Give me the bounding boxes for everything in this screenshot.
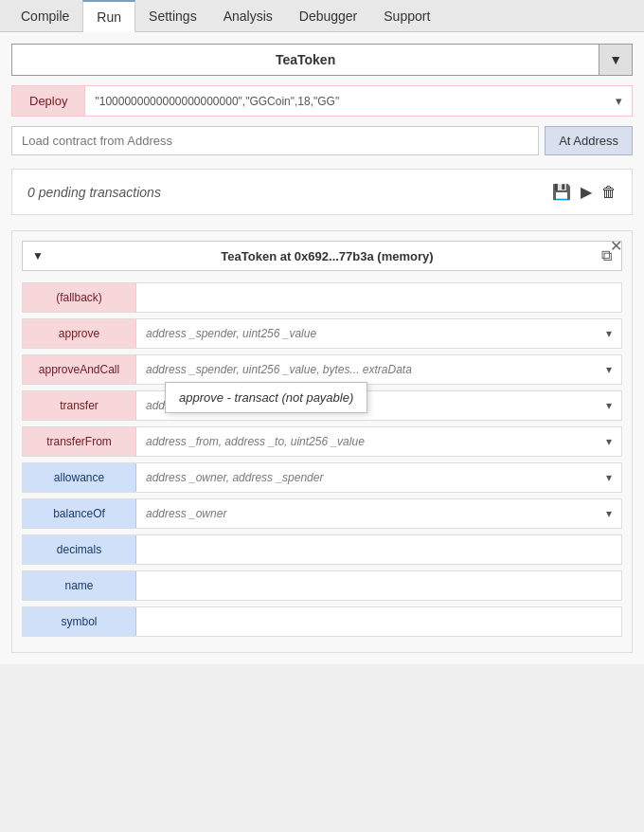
deploy-chevron-icon[interactable]: ▾ <box>606 86 632 116</box>
nav-item-analysis[interactable]: Analysis <box>210 1 286 31</box>
fn-row-name: name <box>22 570 622 601</box>
fn-button-transferFrom[interactable]: transferFrom <box>23 427 136 456</box>
fn-chevron-approveAndCall[interactable]: ▾ <box>597 355 621 384</box>
fn-params-allowance: address _owner, address _spender <box>136 463 597 492</box>
deploy-button[interactable]: Deploy <box>12 86 85 116</box>
fn-params-balanceOf: address _owner <box>136 499 597 528</box>
instance-header: ▼ TeaToken at 0x692...77b3a (memory) ⧉ <box>22 241 622 271</box>
fn-row-transferFrom: transferFrom address _from, address _to,… <box>22 426 622 457</box>
deploy-row: Deploy "1000000000000000000000","GGCoin"… <box>11 85 633 117</box>
fn-button-balanceOf[interactable]: balanceOf <box>23 499 136 528</box>
nav-item-support[interactable]: Support <box>370 1 443 31</box>
fn-button-allowance[interactable]: allowance <box>23 463 136 492</box>
fn-button-name[interactable]: name <box>23 571 136 600</box>
nav-item-run[interactable]: Run <box>82 0 135 32</box>
save-icon[interactable]: 💾 <box>552 183 571 201</box>
nav-item-settings[interactable]: Settings <box>135 1 210 31</box>
pending-text: 0 pending transactions <box>27 185 161 200</box>
fn-button-symbol[interactable]: symbol <box>23 607 136 636</box>
fn-params-approve: address _spender, uint256 _value <box>136 319 597 348</box>
contract-selector: TeaToken ▼ <box>11 44 633 76</box>
pending-actions: 💾 ▶ 🗑 <box>552 183 617 201</box>
fn-chevron-transferFrom[interactable]: ▾ <box>597 427 621 456</box>
at-address-row: At Address <box>11 126 633 155</box>
fn-chevron-balanceOf[interactable]: ▾ <box>597 499 621 528</box>
fn-row-approve: approve address _spender, uint256 _value… <box>22 318 622 349</box>
at-address-button[interactable]: At Address <box>545 126 633 155</box>
instance-chevron-icon[interactable]: ▼ <box>32 249 44 262</box>
pending-section: 0 pending transactions 💾 ▶ 🗑 <box>11 169 633 215</box>
play-icon[interactable]: ▶ <box>581 183 592 201</box>
fn-chevron-allowance[interactable]: ▾ <box>597 463 621 492</box>
fn-row-fallback: (fallback) <box>22 282 622 313</box>
fn-button-fallback[interactable]: (fallback) <box>23 283 136 312</box>
instance-section: ✕ ▼ TeaToken at 0x692...77b3a (memory) ⧉… <box>11 230 633 653</box>
fn-button-transfer[interactable]: transfer <box>23 391 136 420</box>
deploy-value: "1000000000000000000000","GGCoin",18,"GG… <box>85 87 606 116</box>
contract-name-label: TeaToken <box>12 45 599 75</box>
fn-button-approveAndCall[interactable]: approveAndCall <box>23 355 136 384</box>
fn-row-symbol: symbol <box>22 606 622 637</box>
main-panel: TeaToken ▼ Deploy "100000000000000000000… <box>0 32 644 664</box>
fn-row-balanceOf: balanceOf address _owner ▾ <box>22 498 622 529</box>
fn-params-transferFrom: address _from, address _to, uint256 _val… <box>136 427 597 456</box>
fn-chevron-transfer[interactable]: ▾ <box>597 391 621 420</box>
fn-row-allowance: allowance address _owner, address _spend… <box>22 462 622 493</box>
trash-icon[interactable]: 🗑 <box>601 184 617 201</box>
fn-button-approve[interactable]: approve <box>23 319 136 348</box>
fn-row-decimals: decimals <box>22 534 622 565</box>
instance-title: TeaToken at 0x692...77b3a (memory) <box>53 249 601 263</box>
fn-button-decimals[interactable]: decimals <box>23 535 136 564</box>
nav-item-debugger[interactable]: Debugger <box>286 1 371 31</box>
fn-chevron-approve[interactable]: ▾ <box>597 319 621 348</box>
approve-tooltip: approve - transact (not payable) <box>165 382 367 413</box>
nav-item-compile[interactable]: Compile <box>8 1 82 31</box>
nav-bar: Compile Run Settings Analysis Debugger S… <box>0 0 644 32</box>
fn-params-approveAndCall: address _spender, uint256 _value, bytes.… <box>136 355 597 384</box>
fn-row-approveAndCall: approveAndCall address _spender, uint256… <box>22 354 622 385</box>
load-address-input[interactable] <box>11 126 539 155</box>
instance-close-button[interactable]: ✕ <box>610 237 622 255</box>
contract-selector-chevron[interactable]: ▼ <box>599 45 632 75</box>
